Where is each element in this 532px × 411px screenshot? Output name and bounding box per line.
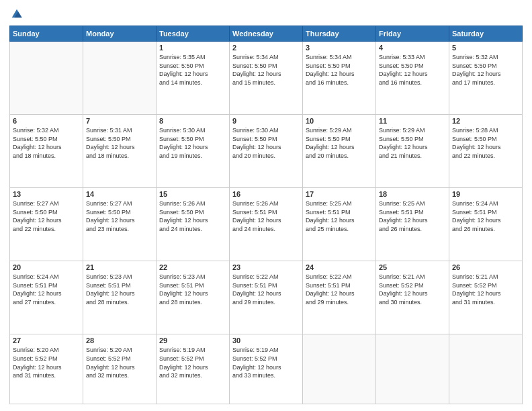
calendar-cell: 18Sunrise: 5:25 AM Sunset: 5:51 PM Dayli… — [376, 188, 449, 261]
day-number: 9 — [232, 117, 300, 125]
day-number: 3 — [306, 44, 373, 52]
day-number: 18 — [379, 190, 446, 198]
logo-icon — [9, 7, 24, 21]
day-number: 19 — [452, 190, 519, 198]
day-number: 26 — [452, 263, 519, 271]
day-number: 14 — [86, 190, 153, 198]
day-info: Sunrise: 5:19 AM Sunset: 5:52 PM Dayligh… — [232, 346, 300, 379]
day-number: 28 — [86, 336, 153, 345]
calendar-header-tuesday: Tuesday — [157, 26, 230, 42]
day-number: 27 — [13, 336, 80, 345]
day-number: 15 — [159, 190, 226, 198]
calendar-cell: 22Sunrise: 5:23 AM Sunset: 5:51 PM Dayli… — [157, 261, 230, 334]
day-info: Sunrise: 5:35 AM Sunset: 5:50 PM Dayligh… — [159, 53, 226, 87]
day-number: 6 — [13, 117, 80, 125]
day-number: 11 — [379, 117, 446, 125]
calendar-cell: 23Sunrise: 5:22 AM Sunset: 5:51 PM Dayli… — [230, 261, 303, 334]
calendar-cell: 6Sunrise: 5:32 AM Sunset: 5:50 PM Daylig… — [10, 115, 83, 188]
calendar-cell: 25Sunrise: 5:21 AM Sunset: 5:52 PM Dayli… — [376, 261, 449, 334]
day-info: Sunrise: 5:24 AM Sunset: 5:51 PM Dayligh… — [452, 199, 519, 233]
day-number: 22 — [159, 263, 226, 271]
day-number: 25 — [379, 263, 446, 271]
calendar-cell: 14Sunrise: 5:27 AM Sunset: 5:50 PM Dayli… — [83, 188, 157, 261]
day-info: Sunrise: 5:23 AM Sunset: 5:51 PM Dayligh… — [159, 273, 226, 306]
day-info: Sunrise: 5:28 AM Sunset: 5:50 PM Dayligh… — [452, 126, 519, 160]
calendar-cell: 4Sunrise: 5:33 AM Sunset: 5:50 PM Daylig… — [376, 42, 449, 115]
calendar-header-row: SundayMondayTuesdayWednesdayThursdayFrid… — [10, 26, 523, 42]
calendar-cell: 10Sunrise: 5:29 AM Sunset: 5:50 PM Dayli… — [303, 115, 376, 188]
calendar-cell: 5Sunrise: 5:32 AM Sunset: 5:50 PM Daylig… — [449, 42, 523, 115]
day-info: Sunrise: 5:23 AM Sunset: 5:51 PM Dayligh… — [86, 273, 153, 306]
day-info: Sunrise: 5:29 AM Sunset: 5:50 PM Dayligh… — [306, 126, 373, 160]
logo — [9, 7, 27, 21]
calendar-header-friday: Friday — [376, 26, 449, 42]
day-number: 23 — [232, 263, 300, 271]
day-info: Sunrise: 5:32 AM Sunset: 5:50 PM Dayligh… — [13, 126, 80, 160]
calendar-cell — [10, 42, 83, 115]
calendar-cell: 7Sunrise: 5:31 AM Sunset: 5:50 PM Daylig… — [83, 115, 157, 188]
day-number: 30 — [232, 336, 300, 345]
calendar-cell: 16Sunrise: 5:26 AM Sunset: 5:51 PM Dayli… — [230, 188, 303, 261]
day-number: 1 — [159, 44, 226, 52]
calendar-cell: 9Sunrise: 5:30 AM Sunset: 5:50 PM Daylig… — [230, 115, 303, 188]
calendar-cell: 26Sunrise: 5:21 AM Sunset: 5:52 PM Dayli… — [449, 261, 523, 334]
page: SundayMondayTuesdayWednesdayThursdayFrid… — [0, 0, 532, 411]
calendar-cell: 3Sunrise: 5:34 AM Sunset: 5:50 PM Daylig… — [303, 42, 376, 115]
day-info: Sunrise: 5:21 AM Sunset: 5:52 PM Dayligh… — [379, 273, 446, 306]
day-number: 4 — [379, 44, 446, 52]
calendar-cell: 12Sunrise: 5:28 AM Sunset: 5:50 PM Dayli… — [449, 115, 523, 188]
day-number: 24 — [306, 263, 373, 271]
day-info: Sunrise: 5:31 AM Sunset: 5:50 PM Dayligh… — [86, 126, 153, 160]
day-info: Sunrise: 5:27 AM Sunset: 5:50 PM Dayligh… — [13, 199, 80, 233]
day-number: 16 — [232, 190, 300, 198]
calendar-cell: 21Sunrise: 5:23 AM Sunset: 5:51 PM Dayli… — [83, 261, 157, 334]
calendar-cell: 20Sunrise: 5:24 AM Sunset: 5:51 PM Dayli… — [10, 261, 83, 334]
calendar-cell: 2Sunrise: 5:34 AM Sunset: 5:50 PM Daylig… — [230, 42, 303, 115]
day-info: Sunrise: 5:29 AM Sunset: 5:50 PM Dayligh… — [379, 126, 446, 160]
calendar-cell — [376, 334, 449, 404]
day-number: 2 — [232, 44, 300, 52]
day-number: 21 — [86, 263, 153, 271]
calendar-header-saturday: Saturday — [449, 26, 523, 42]
calendar-cell: 1Sunrise: 5:35 AM Sunset: 5:50 PM Daylig… — [157, 42, 230, 115]
calendar-cell: 30Sunrise: 5:19 AM Sunset: 5:52 PM Dayli… — [230, 334, 303, 404]
day-info: Sunrise: 5:26 AM Sunset: 5:51 PM Dayligh… — [232, 199, 300, 233]
day-info: Sunrise: 5:25 AM Sunset: 5:51 PM Dayligh… — [379, 199, 446, 233]
day-info: Sunrise: 5:20 AM Sunset: 5:52 PM Dayligh… — [86, 346, 153, 379]
day-number: 5 — [452, 44, 519, 52]
calendar-cell: 8Sunrise: 5:30 AM Sunset: 5:50 PM Daylig… — [157, 115, 230, 188]
calendar-cell: 28Sunrise: 5:20 AM Sunset: 5:52 PM Dayli… — [83, 334, 157, 404]
day-number: 20 — [13, 263, 80, 271]
day-info: Sunrise: 5:19 AM Sunset: 5:52 PM Dayligh… — [159, 346, 226, 379]
day-info: Sunrise: 5:26 AM Sunset: 5:50 PM Dayligh… — [159, 199, 226, 233]
day-info: Sunrise: 5:32 AM Sunset: 5:50 PM Dayligh… — [452, 53, 519, 87]
day-number: 12 — [452, 117, 519, 125]
calendar-header-sunday: Sunday — [10, 26, 83, 42]
calendar-cell — [303, 334, 376, 404]
day-info: Sunrise: 5:34 AM Sunset: 5:50 PM Dayligh… — [232, 53, 300, 87]
calendar-cell: 17Sunrise: 5:25 AM Sunset: 5:51 PM Dayli… — [303, 188, 376, 261]
calendar-cell: 27Sunrise: 5:20 AM Sunset: 5:52 PM Dayli… — [10, 334, 83, 404]
calendar-week-row: 1Sunrise: 5:35 AM Sunset: 5:50 PM Daylig… — [10, 42, 523, 115]
day-info: Sunrise: 5:33 AM Sunset: 5:50 PM Dayligh… — [379, 53, 446, 87]
calendar-week-row: 27Sunrise: 5:20 AM Sunset: 5:52 PM Dayli… — [10, 334, 523, 404]
day-info: Sunrise: 5:22 AM Sunset: 5:51 PM Dayligh… — [232, 273, 300, 306]
calendar-cell: 19Sunrise: 5:24 AM Sunset: 5:51 PM Dayli… — [449, 188, 523, 261]
day-info: Sunrise: 5:22 AM Sunset: 5:51 PM Dayligh… — [306, 273, 373, 306]
day-number: 10 — [306, 117, 373, 125]
calendar-header-wednesday: Wednesday — [230, 26, 303, 42]
calendar-cell — [83, 42, 157, 115]
day-info: Sunrise: 5:20 AM Sunset: 5:52 PM Dayligh… — [13, 346, 80, 379]
day-number: 13 — [13, 190, 80, 198]
calendar-cell: 11Sunrise: 5:29 AM Sunset: 5:50 PM Dayli… — [376, 115, 449, 188]
calendar-header-thursday: Thursday — [303, 26, 376, 42]
calendar-table: SundayMondayTuesdayWednesdayThursdayFrid… — [9, 26, 523, 404]
day-number: 17 — [306, 190, 373, 198]
calendar-cell: 24Sunrise: 5:22 AM Sunset: 5:51 PM Dayli… — [303, 261, 376, 334]
calendar-week-row: 13Sunrise: 5:27 AM Sunset: 5:50 PM Dayli… — [10, 188, 523, 261]
calendar-week-row: 6Sunrise: 5:32 AM Sunset: 5:50 PM Daylig… — [10, 115, 523, 188]
calendar-cell: 29Sunrise: 5:19 AM Sunset: 5:52 PM Dayli… — [157, 334, 230, 404]
calendar-week-row: 20Sunrise: 5:24 AM Sunset: 5:51 PM Dayli… — [10, 261, 523, 334]
calendar-cell: 13Sunrise: 5:27 AM Sunset: 5:50 PM Dayli… — [10, 188, 83, 261]
day-info: Sunrise: 5:21 AM Sunset: 5:52 PM Dayligh… — [452, 273, 519, 306]
